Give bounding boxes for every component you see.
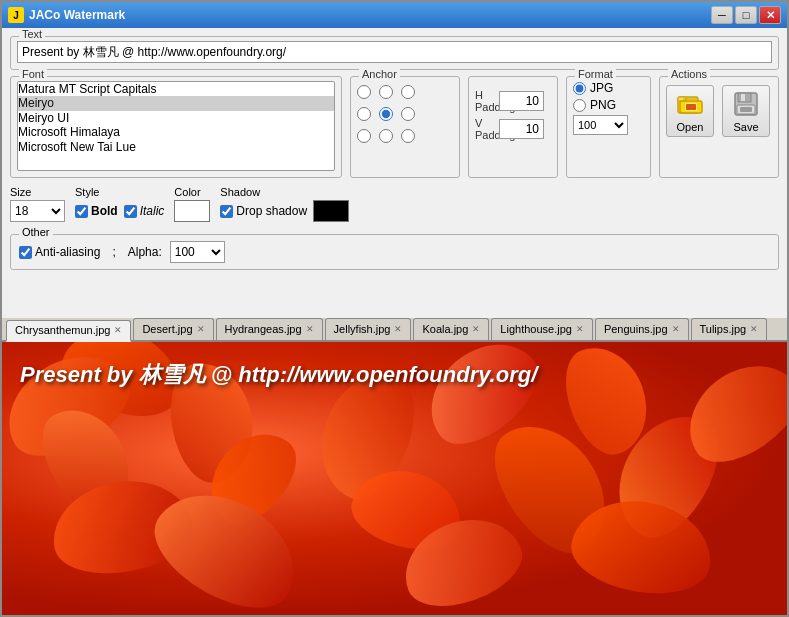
font-option-2[interactable]: Meiryo UI [18,111,334,125]
actions-buttons: Open Save [666,85,772,137]
watermark-text: Present by 林雪凡 @ http://www.openfoundry.… [20,360,537,390]
tab-penguins[interactable]: Penguins.jpg ✕ [595,318,689,340]
save-icon [732,90,760,118]
tab-lighthouse[interactable]: Lighthouse.jpg ✕ [491,318,593,340]
main-window: J JACo Watermark ─ □ ✕ Text Font Matura … [0,0,789,617]
font-list[interactable]: Matura MT Script Capitals Meiryo Meiryo … [17,81,335,171]
tab-penguins-close[interactable]: ✕ [672,324,680,334]
close-button[interactable]: ✕ [759,6,781,24]
image-area: Present by 林雪凡 @ http://www.openfoundry.… [2,342,787,616]
style-section: Style Bold Italic [75,186,164,222]
italic-checkbox[interactable] [124,205,137,218]
format-group-label: Format [575,68,616,80]
anchor-radio-bc[interactable] [379,129,393,143]
size-select[interactable]: 18 14 16 20 24 [10,200,65,222]
size-section: Size 18 14 16 20 24 [10,186,65,222]
tab-jellyfish[interactable]: Jellyfish.jpg ✕ [325,318,412,340]
color-swatch[interactable] [174,200,210,222]
hpadding-input[interactable] [499,91,544,111]
format-jpg-label: JPG [590,81,613,95]
minimize-button[interactable]: ─ [711,6,733,24]
tab-desert-label: Desert.jpg [142,323,192,335]
tab-tulips-close[interactable]: ✕ [750,324,758,334]
shadow-section: Shadow Drop shadow [220,186,349,222]
anchor-radio-mr[interactable] [401,107,415,121]
format-jpg-radio[interactable] [573,82,586,95]
bold-checkbox[interactable] [75,205,88,218]
antialiasing-text: Anti-aliasing [35,245,100,259]
tab-chrysanthemun-label: Chrysanthemun.jpg [15,324,110,336]
style-label: Style [75,186,164,198]
bold-check-label[interactable]: Bold [75,204,118,218]
anchor-radio-tr[interactable] [401,85,415,99]
separator: ; [112,245,115,259]
text-input[interactable] [17,41,772,63]
maximize-button[interactable]: □ [735,6,757,24]
format-quality-row: 100 90 80 [573,115,644,135]
font-option-1[interactable]: Meiryo [18,96,334,110]
vpadding-label: V Padding [475,117,495,141]
size-label: Size [10,186,65,198]
drop-shadow-label[interactable]: Drop shadow [220,204,307,218]
actions-group-label: Actions [668,68,710,80]
anchor-radio-ml[interactable] [357,107,371,121]
hpadding-label: H Padding [475,89,495,113]
drop-shadow-checkbox[interactable] [220,205,233,218]
drop-shadow-text: Drop shadow [236,204,307,218]
other-label: Other [19,226,53,238]
format-jpg-row: JPG [573,81,644,95]
padding-group: H Padding V Padding [468,76,558,178]
anchor-grid [357,85,453,149]
save-label: Save [733,121,758,133]
text-group-label: Text [19,28,45,40]
font-option-0[interactable]: Matura MT Script Capitals [18,82,334,96]
tab-desert[interactable]: Desert.jpg ✕ [133,318,213,340]
alpha-select[interactable]: 100 90 80 70 [170,241,225,263]
anchor-radio-mc[interactable] [379,107,393,121]
tab-chrysanthemun[interactable]: Chrysanthemun.jpg ✕ [6,320,131,342]
tab-lighthouse-close[interactable]: ✕ [576,324,584,334]
hpadding-row: H Padding [475,89,551,113]
font-list-container: Matura MT Script Capitals Meiryo Meiryo … [17,81,335,171]
tab-koala[interactable]: Koala.jpg ✕ [413,318,489,340]
window-title: JACo Watermark [29,8,125,22]
svg-rect-9 [740,107,752,112]
tab-hydrangeas-close[interactable]: ✕ [306,324,314,334]
font-option-4[interactable]: Microsoft New Tai Lue [18,140,334,154]
tab-desert-close[interactable]: ✕ [197,324,205,334]
style-row: Size 18 14 16 20 24 Style Bold [10,184,779,224]
anchor-radio-bl[interactable] [357,129,371,143]
tab-hydrangeas[interactable]: Hydrangeas.jpg ✕ [216,318,323,340]
style-checks: Bold Italic [75,200,164,222]
anchor-radio-tc[interactable] [379,85,393,99]
format-png-label: PNG [590,98,616,112]
tabs-bar: Chrysanthemun.jpg ✕ Desert.jpg ✕ Hydrang… [2,318,787,342]
other-controls: Anti-aliasing ; Alpha: 100 90 80 70 [19,241,770,263]
save-button[interactable]: Save [722,85,770,137]
tab-tulips[interactable]: Tulips.jpg ✕ [691,318,768,340]
antialiasing-label[interactable]: Anti-aliasing [19,245,100,259]
svg-rect-7 [741,94,745,101]
tab-chrysanthemun-close[interactable]: ✕ [114,325,122,335]
open-button[interactable]: Open [666,85,714,137]
tab-lighthouse-label: Lighthouse.jpg [500,323,572,335]
antialiasing-checkbox[interactable] [19,246,32,259]
vpadding-input[interactable] [499,119,544,139]
shadow-color-swatch[interactable] [313,200,349,222]
italic-check-label[interactable]: Italic [124,204,165,218]
font-option-3[interactable]: Microsoft Himalaya [18,125,334,139]
quality-select[interactable]: 100 90 80 [573,115,628,135]
anchor-radio-br[interactable] [401,129,415,143]
color-section: Color [174,186,210,222]
anchor-radio-tl[interactable] [357,85,371,99]
svg-rect-4 [686,104,696,110]
tab-koala-label: Koala.jpg [422,323,468,335]
format-png-row: PNG [573,98,644,112]
tab-koala-close[interactable]: ✕ [472,324,480,334]
app-icon: J [8,7,24,23]
vpadding-row: V Padding [475,117,551,141]
text-group: Text [10,36,779,70]
format-png-radio[interactable] [573,99,586,112]
font-group-label: Font [19,68,47,80]
tab-jellyfish-close[interactable]: ✕ [394,324,402,334]
